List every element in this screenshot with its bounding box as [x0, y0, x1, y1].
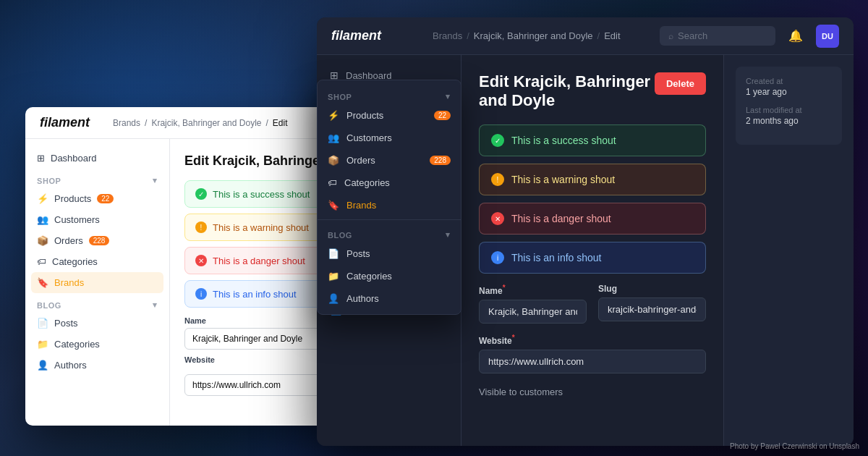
success-text: This is a success shout: [511, 135, 616, 146]
back-breadcrumb-brands: Brands: [113, 118, 140, 128]
dropdown-blog-categories[interactable]: 📁 Categories: [318, 265, 461, 287]
back-breadcrumb-action: Edit: [273, 118, 288, 128]
notification-button[interactable]: 🔔: [784, 25, 807, 48]
back-sep1: /: [145, 118, 147, 128]
dropdown-orders-label: Orders: [346, 155, 375, 166]
delete-button[interactable]: Delete: [655, 72, 706, 95]
back-orders-label: Orders: [54, 235, 83, 246]
back-breadcrumb-record: Krajcik, Bahringer and Doyle: [151, 118, 261, 128]
dropdown-posts[interactable]: 📄 Posts: [318, 242, 461, 265]
back-sidebar-item-categories[interactable]: 🏷 Categories: [25, 251, 169, 272]
dropdown-categories-label: Categories: [344, 177, 390, 188]
dropdown-shop-chevron: ▾: [446, 92, 451, 101]
warning-icon: !: [491, 173, 504, 186]
modified-value: 2 months ago: [746, 116, 832, 126]
folder-icon: 📁: [37, 339, 48, 350]
nav-dropdown: Shop ▾ ⚡ Products 22 👥 Customers 📦 Order…: [317, 80, 461, 315]
shout-danger: ✕ This is a danger shout: [479, 203, 706, 235]
modified-at-item: Last modified at 2 months ago: [746, 106, 832, 126]
danger-text: This is a danger shout: [511, 213, 611, 224]
back-blog-cats-label: Categories: [54, 339, 100, 350]
search-box[interactable]: ⌕ Search: [660, 26, 775, 46]
dropdown-orders-badge: 228: [430, 156, 451, 165]
info-icon: i: [195, 288, 207, 300]
back-sidebar-item-blog-categories[interactable]: 📁 Categories: [25, 334, 169, 355]
back-customers-label: Customers: [54, 214, 100, 225]
dropdown-customers-label: Customers: [346, 132, 392, 143]
slug-input[interactable]: [598, 297, 706, 321]
back-sidebar-item-dashboard[interactable]: ⊞ Dashboard: [25, 148, 169, 169]
person-icon: 👤: [328, 293, 339, 304]
topbar-actions: ⌕ Search 🔔 DU: [660, 25, 839, 48]
name-input[interactable]: [479, 300, 587, 324]
form-row-name-slug: Name* Slug: [479, 284, 706, 324]
back-sidebar-item-brands[interactable]: 🔖 Brands: [31, 272, 163, 293]
name-label: Name*: [479, 284, 587, 296]
shout-warning: ! This is a warning shout: [479, 164, 706, 195]
website-input[interactable]: [479, 350, 706, 373]
dropdown-authors[interactable]: 👤 Authors: [318, 287, 461, 310]
dropdown-products[interactable]: ⚡ Products 22: [318, 104, 461, 127]
back-blog-section: Blog ▾: [25, 293, 169, 313]
main-header: Edit Krajcik, Bahringer and Doyle Delete: [479, 72, 706, 110]
dropdown-blog-label: Blog: [328, 231, 352, 240]
visible-customers-text: Visible to customers: [479, 387, 706, 397]
topbar: filament Brands / Krajcik, Bahringer and…: [317, 17, 854, 55]
dropdown-products-badge: 22: [434, 111, 451, 120]
back-sidebar-item-customers[interactable]: 👥 Customers: [25, 209, 169, 230]
back-brands-label: Brands: [54, 277, 84, 288]
front-breadcrumb-action: Edit: [604, 30, 620, 41]
back-sidebar-item-authors[interactable]: 👤 Authors: [25, 355, 169, 376]
dropdown-brands[interactable]: 🔖 Brands: [318, 194, 461, 216]
modified-label: Last modified at: [746, 106, 832, 114]
front-breadcrumb-brands: Brands: [433, 30, 462, 41]
front-breadcrumb: Brands / Krajcik, Bahringer and Doyle / …: [433, 30, 660, 41]
customers-icon: 👥: [37, 214, 48, 225]
back-sep2: /: [265, 118, 268, 128]
customers-icon: 👥: [328, 132, 339, 143]
main-title: Edit Krajcik, Bahringer and Doyle: [479, 72, 655, 110]
tag-icon: 🏷: [328, 177, 337, 188]
created-value: 1 year ago: [746, 87, 832, 97]
back-sidebar-item-posts[interactable]: 📄 Posts: [25, 313, 169, 334]
lightning-icon: ⚡: [328, 110, 339, 121]
dropdown-divider: [318, 219, 461, 220]
danger-icon: ✕: [491, 212, 504, 225]
orders-badge: 228: [89, 236, 110, 245]
dropdown-customers[interactable]: 👥 Customers: [318, 127, 461, 149]
back-products-label: Products: [54, 193, 91, 204]
main-content: Edit Krajcik, Bahringer and Doyle Delete…: [461, 55, 723, 446]
dropdown-posts-label: Posts: [346, 248, 370, 259]
slug-group: Slug: [598, 284, 706, 324]
photo-credit: Photo by Pawel Czerwinski on Unsplash: [730, 442, 859, 450]
home-icon: ⊞: [37, 153, 45, 164]
shout-info: i This is an info shout: [479, 242, 706, 274]
back-authors-label: Authors: [54, 360, 87, 371]
front-breadcrumb-record: Krajcik, Bahringer and Doyle: [474, 30, 593, 41]
dropdown-blog-chevron: ▾: [446, 230, 451, 240]
front-sep1: /: [467, 30, 469, 41]
lightning-icon: ⚡: [37, 193, 48, 204]
dropdown-orders[interactable]: 📦 Orders 228: [318, 149, 461, 172]
back-breadcrumb: Brands / Krajcik, Bahringer and Doyle / …: [113, 118, 287, 128]
dropdown-shop-label: Shop: [328, 93, 352, 101]
avatar[interactable]: DU: [816, 25, 839, 48]
dropdown-categories[interactable]: 🏷 Categories: [318, 172, 461, 194]
dropdown-blog-header: Blog ▾: [318, 223, 461, 242]
back-sidebar-item-orders[interactable]: 📦 Orders 228: [25, 230, 169, 251]
search-icon: ⌕: [668, 31, 673, 41]
tag-icon: 🏷: [37, 256, 46, 267]
back-logo: filament: [40, 115, 90, 130]
back-shop-section: Shop ▾: [25, 169, 169, 188]
dropdown-brands-label: Brands: [346, 200, 376, 211]
back-sidebar: ⊞ Dashboard Shop ▾ ⚡ Products 22 👥 Custo…: [25, 139, 170, 426]
shout-success: ✓ This is a success shout: [479, 124, 706, 156]
back-sidebar-item-products[interactable]: ⚡ Products 22: [25, 188, 169, 209]
front-logo: filament: [331, 28, 433, 43]
warning-icon: !: [195, 221, 207, 233]
info-icon: i: [491, 251, 504, 264]
back-dashboard-label: Dashboard: [51, 153, 97, 164]
danger-icon: ✕: [195, 255, 207, 266]
orders-icon: 📦: [37, 235, 48, 246]
dropdown-authors-label: Authors: [346, 293, 379, 304]
